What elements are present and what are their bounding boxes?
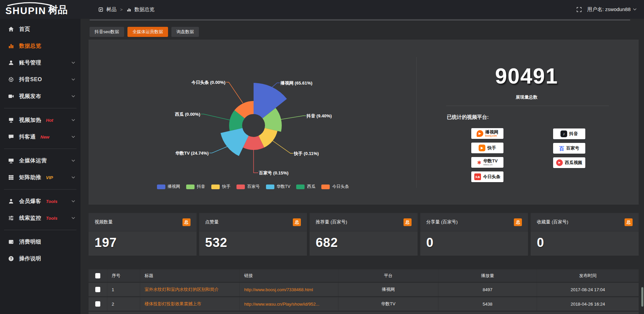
- pie-label: 抖音 (9.40%): [306, 113, 332, 118]
- total-badge: 总: [182, 218, 191, 226]
- vertical-scrollbar-thumb[interactable]: [641, 287, 643, 307]
- legend-label: 今日头条: [332, 184, 349, 190]
- impressions-total-label: 展现量总数: [460, 94, 594, 100]
- video-title-link[interactable]: 楼体投影灯投影效果震撼上市: [145, 301, 201, 307]
- tab-2[interactable]: 全媒体运营数据: [127, 27, 168, 37]
- pie-label-line: [281, 116, 306, 119]
- tab-1[interactable]: 抖音seo数据: [90, 27, 124, 37]
- panel-divider: [416, 57, 417, 188]
- pie-label: 百家号 (0.15%): [259, 170, 288, 175]
- sidebar-item-label: 视频加热: [19, 117, 41, 124]
- horizontal-scrollbar[interactable]: [90, 19, 630, 20]
- chart-legend: 播视网抖音快手百家号华数TV西瓜今日头条: [89, 184, 417, 190]
- pie-label: 今日头条 (0.00%): [191, 80, 225, 85]
- stat-card-header: 视频数量总: [89, 213, 197, 231]
- tab-3[interactable]: 询盘数据: [171, 27, 199, 37]
- sidebar-item-wallet[interactable]: 消费明细: [0, 233, 80, 250]
- legend-item-今日头条[interactable]: 今日头条: [321, 184, 349, 190]
- pie-label-line: [272, 141, 293, 153]
- legend-item-华数TV[interactable]: 华数TV: [266, 184, 290, 190]
- legend-swatch: [266, 185, 274, 189]
- total-badge: 总: [293, 218, 301, 226]
- total-badge: 总: [625, 218, 633, 226]
- sidebar-item-monitor[interactable]: 全媒体运营: [0, 152, 80, 169]
- legend-label: 抖音: [197, 184, 205, 190]
- video-title-link[interactable]: 室外水纹灯和室内水纹灯的区别和简介: [145, 286, 219, 293]
- sidebar-item-label: 首页: [19, 26, 30, 33]
- impressions-total-value: 90491: [460, 64, 594, 89]
- pie-slice-华数TV[interactable]: [221, 128, 249, 156]
- sidebar: 首页数据总览账号管理抖音SEO视频发布视频加热Hot抖客通New全媒体运营矩阵助…: [0, 19, 80, 314]
- platform-badges-left: ▶播视网boosj.com▶快手✱华数TVwasu.cn头条今日头条: [471, 128, 503, 182]
- sidebar-item-label: 视频发布: [19, 93, 41, 100]
- video-url-link[interactable]: http://www.wasu.cn/Play/show/id/952...: [244, 302, 319, 307]
- legend-swatch: [186, 185, 195, 189]
- legend-label: 播视网: [168, 184, 180, 190]
- sidebar-item-member[interactable]: 会员爆客Tools: [0, 193, 80, 210]
- breadcrumb-current[interactable]: 数据总览: [135, 6, 155, 13]
- topbar-right: 用户名: zswodun88: [576, 0, 637, 19]
- legend-label: 西瓜: [307, 184, 315, 190]
- bar-chart-icon: [126, 7, 131, 12]
- stat-card-header: 点赞量总: [199, 213, 307, 231]
- legend-item-西瓜[interactable]: 西瓜: [296, 184, 315, 190]
- stat-card-title: 收藏量 (百家号): [537, 219, 568, 225]
- baijiahao-logo-icon: 百: [559, 145, 564, 152]
- sidebar-item-question[interactable]: ?操作说明: [0, 250, 80, 267]
- sidebar-item-video[interactable]: 视频发布: [0, 88, 80, 105]
- row-checkbox[interactable]: [95, 301, 100, 307]
- sidebar-item-label: 账号管理: [19, 59, 41, 66]
- sliders-icon: [8, 215, 14, 221]
- sidebar-item-user[interactable]: 账号管理: [0, 54, 80, 71]
- toutiao-logo-icon: 头条: [474, 173, 481, 180]
- stat-card-3: 推荐量 (百家号)总682: [310, 213, 418, 256]
- column-header: 平台: [338, 269, 438, 282]
- sidebar-item-screen[interactable]: 视频加热Hot: [0, 112, 80, 128]
- total-badge: 总: [514, 218, 522, 226]
- sidebar-item-chart[interactable]: 数据总览: [0, 38, 80, 54]
- user-menu[interactable]: 用户名: zswodun88: [587, 6, 637, 13]
- legend-item-抖音[interactable]: 抖音: [186, 184, 205, 190]
- legend-label: 百家号: [247, 184, 260, 190]
- grid-icon: [8, 174, 14, 180]
- pie-label: 播视网 (65.61%): [280, 81, 312, 86]
- table-row: 2楼体投影灯投影效果震撼上市http://www.wasu.cn/Play/sh…: [89, 296, 639, 311]
- sidebar-item-home[interactable]: 首页: [0, 21, 80, 38]
- select-all-checkbox[interactable]: [95, 273, 100, 278]
- platform-badge-wasu: ✱华数TVwasu.cn: [471, 157, 503, 168]
- row-checkbox-cell: [89, 297, 107, 311]
- sidebar-item-chat[interactable]: 抖客通New: [0, 128, 80, 145]
- stat-card-value: 532: [199, 231, 307, 250]
- fullscreen-icon[interactable]: [576, 7, 582, 12]
- gear-icon: [8, 76, 14, 83]
- chevron-down-icon: [71, 61, 75, 64]
- stat-card-header: 分享量 (百家号)总: [420, 213, 528, 231]
- chevron-down-icon: [71, 136, 75, 138]
- stat-card-title: 分享量 (百家号): [426, 219, 458, 225]
- video-url-link[interactable]: http://www.boosj.com/7338468.html: [244, 287, 313, 292]
- sidebar-divider: [4, 149, 76, 149]
- legend-item-快手[interactable]: 快手: [211, 184, 230, 190]
- sidebar-item-gear[interactable]: 抖音SEO: [0, 71, 80, 88]
- chevron-down-icon: [71, 119, 75, 121]
- wallet-icon: [8, 239, 14, 245]
- pie-label-line: [209, 147, 227, 153]
- stat-card-title: 点赞量: [205, 219, 219, 225]
- stat-card-value: 682: [310, 231, 418, 250]
- sidebar-divider: [4, 230, 76, 230]
- sidebar-item-grid[interactable]: 矩阵助推VIP: [0, 169, 80, 186]
- platform-name: 西瓜视频: [565, 160, 582, 165]
- pie-label-line: [201, 114, 230, 120]
- breadcrumb-root[interactable]: 树品: [106, 6, 116, 13]
- wasu-logo-icon: ✱: [477, 159, 481, 166]
- sidebar-item-sliders[interactable]: 线索监控Tools: [0, 210, 80, 226]
- platform-sub: wasu.cn: [483, 163, 498, 166]
- main-content: 抖音seo数据全媒体运营数据询盘数据 播视网 (65.61%)抖音 (9.40%…: [80, 19, 644, 314]
- username-label: 用户名: zswodun88: [587, 6, 631, 13]
- row-checkbox[interactable]: [95, 287, 100, 292]
- dashboard-page: SHUPIN 树品 树品 > 数据总览 用户名: zswodun88 首页数据总…: [0, 0, 644, 314]
- legend-item-百家号[interactable]: 百家号: [236, 184, 260, 190]
- stat-card-title: 推荐量 (百家号): [316, 219, 347, 225]
- legend-item-播视网[interactable]: 播视网: [157, 184, 180, 190]
- svg-text:?: ?: [10, 257, 12, 261]
